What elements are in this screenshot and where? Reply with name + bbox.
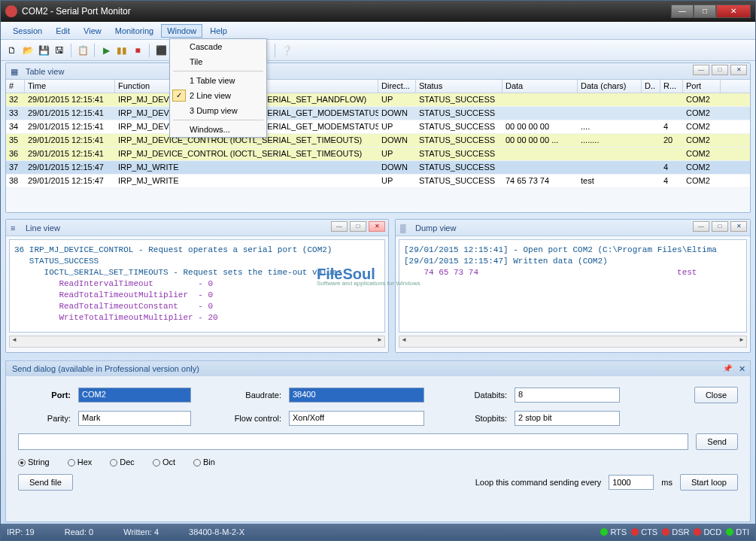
tableview-title: Table view [26, 67, 64, 76]
saveas-icon[interactable]: 🖫 [53, 44, 66, 57]
pin-icon[interactable]: 📌 [723, 364, 732, 372]
col-status[interactable]: Status [416, 80, 502, 93]
table-header[interactable]: #TimeFunctionDirect...StatusDataData (ch… [6, 80, 750, 93]
dumpview-text: [29/01/2015 12:15:41] - Open port COM2 (… [399, 239, 747, 333]
table-view-panel: ▦ Table view — □ ✕ #TimeFunctionDirect..… [5, 62, 751, 213]
lv-min-button[interactable]: — [331, 221, 348, 232]
flow-label: Flow control: [229, 414, 281, 423]
led-rts: RTS [600, 527, 627, 536]
dd-dumpview[interactable]: 3 Dump view [170, 103, 266, 118]
lines-icon: ≡ [11, 223, 21, 233]
dd-lineview[interactable]: ✓2 Line view [170, 88, 266, 103]
copy-icon[interactable]: 📋 [76, 44, 90, 57]
tv-max-button[interactable]: □ [712, 65, 728, 75]
port-label: Port: [18, 391, 71, 400]
sd-close-icon[interactable]: ✕ [739, 364, 745, 374]
help-icon[interactable]: ❔ [280, 44, 293, 57]
lv-close-button[interactable]: ✕ [369, 221, 385, 232]
send-dialog: Send dialog (available in Professional v… [5, 360, 751, 522]
dump-icon: ▒ [400, 223, 411, 233]
menu-window[interactable]: Window [161, 24, 202, 38]
col-datachars[interactable]: Data (chars) [578, 80, 642, 93]
lineview-text: 36 IRP_MJ_DEVICE_CONTROL - Request opera… [9, 239, 385, 333]
status-written: Written: 4 [123, 527, 159, 536]
close-button2[interactable]: Close [694, 387, 738, 403]
send-button[interactable]: Send [696, 433, 738, 450]
dump-view-panel: ▒ Dump view — □ ✕ [29/01/2015 12:15:41] … [395, 219, 751, 353]
stopbits-label: Stopbits: [454, 414, 507, 423]
parity-select[interactable]: Mark [78, 411, 191, 426]
filter-icon[interactable]: ⬛ [154, 44, 168, 57]
table-row[interactable]: 3529/01/2015 12:15:41IRP_MJ_DEVICE_CONTR… [6, 134, 750, 147]
dd-cascade[interactable]: Cascade [170, 39, 266, 54]
loop-label: Loop this command sending every [475, 478, 602, 487]
loop-input[interactable] [609, 475, 654, 490]
startloop-button[interactable]: Start loop [680, 474, 738, 491]
dv-close-button[interactable]: ✕ [730, 221, 747, 232]
table-row[interactable]: 3829/01/2015 12:15:47IRP_MJ_WRITEUPSTATU… [6, 175, 750, 188]
statusbar: IRP: 19 Read: 0 Written: 4 38400-8-M-2-X… [1, 524, 755, 540]
parity-label: Parity: [18, 414, 71, 423]
radio-dec[interactable] [110, 459, 117, 467]
baud-select[interactable]: 38400 [289, 388, 424, 403]
databits-select[interactable]: 8 [515, 388, 620, 403]
sendfile-button[interactable]: Send file [18, 474, 73, 491]
port-select[interactable]: COM2 [78, 388, 191, 403]
app-icon [5, 5, 17, 17]
radio-string[interactable] [18, 459, 26, 467]
table-row[interactable]: 3629/01/2015 12:15:41IRP_MJ_DEVICE_CONTR… [6, 147, 750, 161]
titlebar[interactable]: COM2 - Serial Port Monitor — □ ✕ [1, 1, 755, 22]
line-view-panel: ≡ Line view — □ ✕ 36 IRP_MJ_DEVICE_CONTR… [5, 219, 389, 353]
open-icon[interactable]: 📂 [21, 44, 35, 57]
tv-min-button[interactable]: — [693, 65, 709, 75]
radio-hex[interactable] [68, 459, 75, 467]
app-window: COM2 - Serial Port Monitor — □ ✕ Session… [0, 0, 756, 541]
menu-edit[interactable]: Edit [50, 24, 76, 38]
save-icon[interactable]: 💾 [37, 44, 50, 57]
close-button[interactable]: ✕ [716, 5, 751, 18]
menu-monitoring[interactable]: Monitoring [109, 24, 159, 38]
dumpview-title: Dump view [415, 223, 456, 233]
led-dti: DTI [726, 527, 749, 536]
col-port[interactable]: Port [683, 80, 721, 93]
radio-oct[interactable] [153, 459, 160, 467]
table-row[interactable]: 3429/01/2015 12:15:41IRP_MJ_DEVICE_CONTR… [6, 120, 750, 134]
dd-windows[interactable]: Windows... [170, 122, 266, 137]
table-row[interactable]: 3729/01/2015 12:15:47IRP_MJ_WRITEDOWNSTA… [6, 161, 750, 175]
send-input[interactable] [18, 433, 688, 450]
dv-hscrollbar[interactable] [399, 336, 747, 348]
new-icon[interactable]: 🗋 [5, 44, 19, 57]
led-dcd: DCD [694, 527, 721, 536]
window-title: COM2 - Serial Port Monitor [22, 6, 671, 17]
dv-max-button[interactable]: □ [712, 221, 728, 232]
play-icon[interactable]: ▶ [99, 44, 113, 57]
lv-max-button[interactable]: □ [350, 221, 366, 232]
pause-icon[interactable]: ▮▮ [115, 44, 129, 57]
menu-view[interactable]: View [77, 24, 108, 38]
col-[interactable]: # [6, 80, 25, 93]
grid-icon: ▦ [11, 67, 21, 76]
col-data[interactable]: Data [502, 80, 578, 93]
toolbar: 🗋 📂 💾 🖫 📋 ▶ ▮▮ ■ ⬛ ▦ ▤ ▥ ◧ 🔍 ↻ ❔ [1, 40, 755, 61]
status-irp: IRP: 19 [7, 527, 35, 536]
menu-session[interactable]: Session [7, 24, 48, 38]
flow-select[interactable]: Xon/Xoff [289, 411, 424, 426]
dd-tableview[interactable]: 1 Table view [170, 73, 266, 88]
col-d[interactable]: D.. [642, 80, 660, 93]
lv-hscrollbar[interactable] [9, 336, 385, 348]
col-direct[interactable]: Direct... [378, 80, 416, 93]
dv-min-button[interactable]: — [693, 221, 709, 232]
col-r[interactable]: R... [660, 80, 683, 93]
minimize-button[interactable]: — [671, 5, 694, 18]
maximize-button[interactable]: □ [694, 5, 716, 18]
tv-close-button[interactable]: ✕ [730, 65, 747, 75]
stopbits-select[interactable]: 2 stop bit [515, 411, 620, 426]
stop-icon[interactable]: ■ [131, 44, 144, 57]
check-icon: ✓ [172, 90, 186, 102]
col-time[interactable]: Time [25, 80, 115, 93]
dd-tile[interactable]: Tile [170, 54, 266, 69]
table-row[interactable]: 3229/01/2015 12:15:41IRP_MJ_DEVICE_CONTR… [6, 93, 750, 107]
table-row[interactable]: 3329/01/2015 12:15:41IRP_MJ_DEVICE_CONTR… [6, 107, 750, 120]
radio-bin[interactable] [193, 459, 201, 467]
menu-help[interactable]: Help [204, 24, 233, 38]
